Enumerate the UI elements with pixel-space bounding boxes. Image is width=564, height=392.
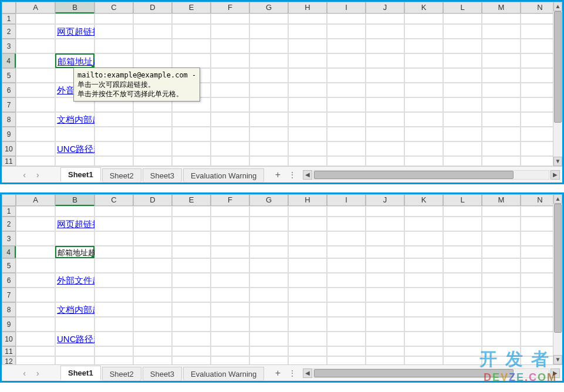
- cell[interactable]: [94, 127, 133, 141]
- row-header-6[interactable]: 6: [2, 273, 16, 288]
- cell[interactable]: [288, 246, 327, 258]
- cell[interactable]: [327, 273, 366, 288]
- cell[interactable]: [249, 206, 288, 217]
- tab-prev-button[interactable]: ‹: [23, 369, 26, 377]
- cell[interactable]: [211, 332, 249, 346]
- cell[interactable]: [172, 246, 211, 258]
- tab-next-button[interactable]: ›: [36, 171, 39, 179]
- cell[interactable]: [366, 112, 404, 127]
- cell[interactable]: [443, 356, 482, 364]
- cell-B4-selected[interactable]: 邮箱地址超链接: [55, 246, 94, 258]
- cell[interactable]: [94, 231, 133, 246]
- scroll-down-button[interactable]: ▼: [553, 355, 562, 364]
- cell[interactable]: [172, 39, 211, 53]
- cell[interactable]: [211, 273, 249, 288]
- cell[interactable]: [16, 217, 55, 231]
- scroll-right-button[interactable]: ▶: [551, 170, 560, 180]
- cell[interactable]: [366, 288, 404, 302]
- tab-prev-button[interactable]: ‹: [23, 171, 26, 179]
- cell[interactable]: [211, 127, 249, 141]
- grid-bottom[interactable]: A B C D E F G H I J K L M N 1 2 网页超链接 3: [2, 194, 562, 364]
- cell[interactable]: [172, 273, 211, 288]
- cell[interactable]: [366, 156, 404, 166]
- col-header-L[interactable]: L: [443, 194, 482, 206]
- row-header-7[interactable]: 7: [2, 97, 16, 112]
- col-header-I[interactable]: I: [327, 194, 366, 206]
- cell[interactable]: [482, 112, 521, 127]
- cell[interactable]: [94, 39, 133, 53]
- cell[interactable]: [366, 246, 404, 258]
- cell[interactable]: [443, 127, 482, 141]
- cell[interactable]: [482, 258, 521, 273]
- cell[interactable]: [443, 346, 482, 356]
- cell[interactable]: [249, 288, 288, 302]
- cell[interactable]: [404, 39, 443, 53]
- cell[interactable]: [211, 302, 249, 317]
- cell[interactable]: [288, 97, 327, 112]
- cell[interactable]: [482, 97, 521, 112]
- cell[interactable]: [16, 332, 55, 346]
- cell[interactable]: [94, 302, 133, 317]
- cell[interactable]: [16, 273, 55, 288]
- cell[interactable]: [443, 231, 482, 246]
- col-header-C[interactable]: C: [94, 194, 133, 206]
- cell[interactable]: [443, 317, 482, 332]
- cell[interactable]: [172, 24, 211, 39]
- row-header-2[interactable]: 2: [2, 217, 16, 231]
- cell[interactable]: [211, 356, 249, 364]
- cell[interactable]: [327, 68, 366, 83]
- cell[interactable]: [16, 13, 55, 24]
- cell[interactable]: [327, 39, 366, 53]
- cell[interactable]: [211, 258, 249, 273]
- col-header-H[interactable]: H: [288, 2, 327, 13]
- cell[interactable]: [133, 217, 172, 231]
- cell[interactable]: [404, 356, 443, 364]
- cell[interactable]: [211, 83, 249, 97]
- cell[interactable]: [443, 68, 482, 83]
- col-header-K[interactable]: K: [404, 2, 443, 13]
- cell[interactable]: [55, 288, 94, 302]
- cell[interactable]: [133, 231, 172, 246]
- row-header-4[interactable]: 4: [2, 246, 16, 258]
- cell[interactable]: [404, 206, 443, 217]
- cell[interactable]: [366, 346, 404, 356]
- cell[interactable]: [288, 206, 327, 217]
- cell[interactable]: [327, 346, 366, 356]
- cell[interactable]: [288, 217, 327, 231]
- cell[interactable]: [249, 13, 288, 24]
- cell[interactable]: [211, 39, 249, 53]
- cell[interactable]: [55, 317, 94, 332]
- cell[interactable]: [404, 24, 443, 39]
- cell[interactable]: [288, 346, 327, 356]
- cell[interactable]: [211, 68, 249, 83]
- cell[interactable]: [288, 39, 327, 53]
- row-header-8[interactable]: 8: [2, 302, 16, 317]
- cell[interactable]: [482, 346, 521, 356]
- cell[interactable]: [249, 53, 288, 68]
- cell[interactable]: [482, 24, 521, 39]
- cell[interactable]: [366, 231, 404, 246]
- cell[interactable]: [404, 68, 443, 83]
- cell[interactable]: [327, 112, 366, 127]
- col-header-B[interactable]: B: [55, 194, 94, 206]
- hscroll-track[interactable]: [313, 170, 549, 180]
- cell[interactable]: [249, 127, 288, 141]
- cell[interactable]: [443, 83, 482, 97]
- cell[interactable]: [55, 206, 94, 217]
- cell[interactable]: [133, 156, 172, 166]
- cell[interactable]: [16, 302, 55, 317]
- cell[interactable]: [366, 13, 404, 24]
- cell[interactable]: [172, 112, 211, 127]
- hscroll-thumb[interactable]: [314, 171, 514, 179]
- cell[interactable]: [249, 68, 288, 83]
- cell[interactable]: [443, 273, 482, 288]
- cell[interactable]: [366, 356, 404, 364]
- cell[interactable]: [443, 39, 482, 53]
- cell[interactable]: [249, 141, 288, 156]
- cell[interactable]: [366, 273, 404, 288]
- cell[interactable]: [327, 332, 366, 346]
- hscroll-thumb[interactable]: [314, 369, 514, 377]
- cell[interactable]: [443, 258, 482, 273]
- row-header-3[interactable]: 3: [2, 39, 16, 53]
- cell[interactable]: [404, 258, 443, 273]
